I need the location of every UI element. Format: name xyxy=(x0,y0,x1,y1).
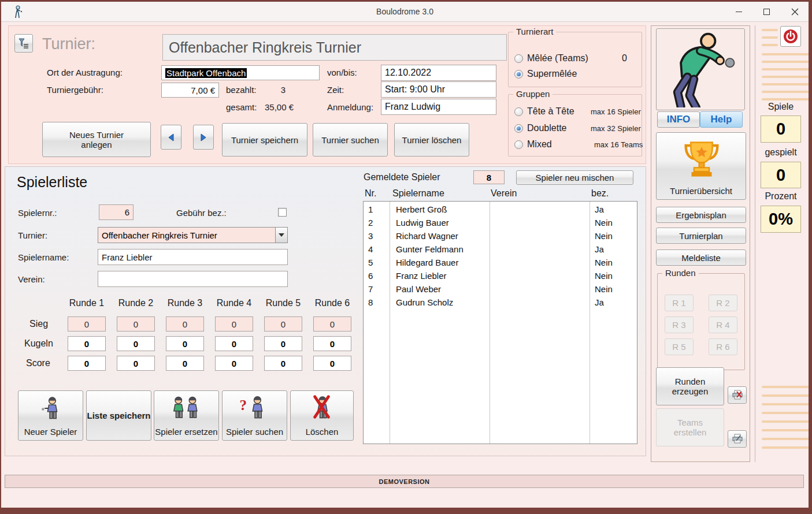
filter-button[interactable] xyxy=(14,34,33,53)
shuffle-players-button[interactable]: Spieler neu mischen xyxy=(516,170,633,185)
fee-paid-checkbox[interactable] xyxy=(278,208,287,217)
runden-groupbox: Runden R 1 R 2 R 3 R 4 R 5 R 6 xyxy=(657,273,745,370)
decor-line xyxy=(762,68,809,70)
table-row[interactable]: 4 Gunter Feldmann Ja xyxy=(364,244,637,257)
print-teams-button[interactable] xyxy=(728,430,747,448)
vonbis-input[interactable]: 12.10.2022 xyxy=(381,65,496,81)
score-cell[interactable]: 0 xyxy=(166,356,204,371)
sieg-cell[interactable]: 0 xyxy=(117,316,155,332)
ergebnisplan-button[interactable]: Ergebnisplan xyxy=(656,207,746,223)
table-row[interactable]: 3 Richard Wagner Nein xyxy=(364,230,637,244)
radio-melee-teams[interactable] xyxy=(514,54,523,63)
power-button[interactable] xyxy=(780,26,801,47)
score-cell[interactable]: 0 xyxy=(264,356,302,371)
sieg-cell[interactable]: 0 xyxy=(264,316,302,332)
gebuehr-input[interactable]: 7,00 € xyxy=(161,83,219,98)
player-verein-input[interactable] xyxy=(98,271,288,287)
kugeln-cell[interactable]: 0 xyxy=(117,336,155,351)
player-name-input[interactable]: Franz Liebler xyxy=(98,249,288,265)
next-record-button[interactable] xyxy=(193,125,214,150)
round-6-button: R 6 xyxy=(709,338,737,355)
filter-icon xyxy=(18,38,29,49)
score-cell[interactable]: 0 xyxy=(215,356,253,371)
zeit-input[interactable]: Start: 9:00 Uhr xyxy=(381,81,496,98)
decor-line xyxy=(762,61,809,63)
kugeln-cell[interactable]: 0 xyxy=(166,336,204,351)
sieg-cell[interactable]: 0 xyxy=(313,316,351,332)
delete-player-label: Löschen xyxy=(306,427,339,437)
table-row[interactable]: 7 Paul Weber Nein xyxy=(364,284,637,297)
row-name: Ludwig Bauer xyxy=(396,218,449,228)
sieg-row-label: Sieg xyxy=(29,319,48,329)
player-nr-input[interactable]: 6 xyxy=(99,204,134,220)
radio-tete-a-tete[interactable] xyxy=(514,107,523,116)
create-teams-button: Teams erstellen xyxy=(656,408,724,446)
table-row[interactable]: 8 Gudrun Scholz Ja xyxy=(364,297,637,310)
combobox-dropdown-button[interactable] xyxy=(275,228,287,243)
person-throw-icon xyxy=(38,396,65,421)
new-player-label: Neuer Spieler xyxy=(24,427,77,437)
demo-version-bar: DEMOVERSION xyxy=(5,475,804,488)
replace-player-button[interactable]: Spieler ersetzen xyxy=(154,390,219,441)
close-button[interactable] xyxy=(781,2,808,22)
meldeliste-button[interactable]: Meldeliste xyxy=(656,249,746,266)
decor-line xyxy=(762,98,809,100)
new-tournament-button[interactable]: Neues Turnier anlegen xyxy=(42,122,151,157)
gebuehr-label: Turniergebühr: xyxy=(47,85,103,95)
save-list-button[interactable]: Liste speichern xyxy=(86,390,151,441)
row-nr: 8 xyxy=(368,297,373,307)
player-heading: Spielerliste xyxy=(17,174,87,191)
sieg-cell[interactable]: 0 xyxy=(166,316,204,332)
table-row[interactable]: 1 Herbert Groß Ja xyxy=(364,204,637,217)
ort-label: Ort der Austragung: xyxy=(47,68,123,77)
delete-player-button[interactable]: Löschen xyxy=(290,390,354,441)
decor-line xyxy=(762,386,809,388)
kugeln-cell[interactable]: 0 xyxy=(264,336,302,351)
sieg-cell[interactable]: 0 xyxy=(215,316,253,332)
kugeln-cell[interactable]: 0 xyxy=(215,336,253,351)
col-header-bez: bez. xyxy=(591,188,609,199)
round-header: Runde 6 xyxy=(308,298,357,308)
row-name: Gunter Feldmann xyxy=(396,244,464,254)
table-row[interactable]: 5 Hildegard Bauer Nein xyxy=(364,257,637,270)
minimize-button[interactable] xyxy=(725,2,752,22)
radio-mixed[interactable] xyxy=(514,140,523,149)
info-button[interactable]: INFO xyxy=(657,111,700,128)
tournament-overview-button[interactable]: Turnierübersicht xyxy=(656,132,746,200)
decor-line xyxy=(762,429,809,431)
turnierplan-button[interactable]: Turnierplan xyxy=(656,228,746,244)
kugeln-cell[interactable]: 0 xyxy=(313,336,351,351)
score-cell[interactable]: 0 xyxy=(313,356,351,371)
radio-doublette[interactable] xyxy=(514,124,523,133)
delete-tournament-button[interactable]: Turnier löschen xyxy=(394,123,469,157)
sieg-cell[interactable]: 0 xyxy=(68,316,106,332)
prev-record-button[interactable] xyxy=(161,125,181,150)
radio-tete-a-tete-label: Tête à Tête xyxy=(527,106,574,117)
ort-input[interactable]: Stadtpark Offenbach xyxy=(161,65,320,80)
score-cell[interactable]: 0 xyxy=(68,356,106,371)
new-player-button[interactable]: Neuer Spieler xyxy=(18,390,83,441)
create-rounds-button[interactable]: Runden erzeugen xyxy=(656,367,724,405)
player-verein-label: Verein: xyxy=(18,274,45,284)
tournament-combobox[interactable]: Offenbacher Ringkreis Turnier xyxy=(98,227,288,243)
print-rounds-button[interactable] xyxy=(728,386,747,404)
maximize-button[interactable] xyxy=(753,2,780,22)
help-button[interactable]: Help xyxy=(700,111,743,128)
search-tournament-button[interactable]: Turnier suchen xyxy=(313,123,388,157)
tournament-name-field[interactable]: Offenbacher Ringkreis Turnier xyxy=(162,34,507,61)
search-player-button[interactable]: ? Spieler suchen xyxy=(222,390,287,441)
delete-person-icon xyxy=(310,394,335,421)
gespielt-value: 0 xyxy=(761,162,801,188)
anmeldung-input[interactable]: Franz Ludwig xyxy=(381,99,496,115)
table-row[interactable]: 6 Franz Liebler Nein xyxy=(364,270,637,284)
round-header: Runde 3 xyxy=(161,298,209,308)
replace-player-label: Spieler ersetzen xyxy=(155,427,217,437)
save-tournament-button[interactable]: Turnier speichern xyxy=(222,123,307,157)
round-header: Runde 4 xyxy=(210,298,258,308)
arrow-right-icon xyxy=(200,133,207,141)
kugeln-cell[interactable]: 0 xyxy=(68,336,106,351)
window-border-right xyxy=(809,0,812,514)
score-cell[interactable]: 0 xyxy=(117,356,155,371)
table-row[interactable]: 2 Ludwig Bauer Nein xyxy=(364,217,637,230)
radio-supermelee[interactable] xyxy=(514,70,523,79)
